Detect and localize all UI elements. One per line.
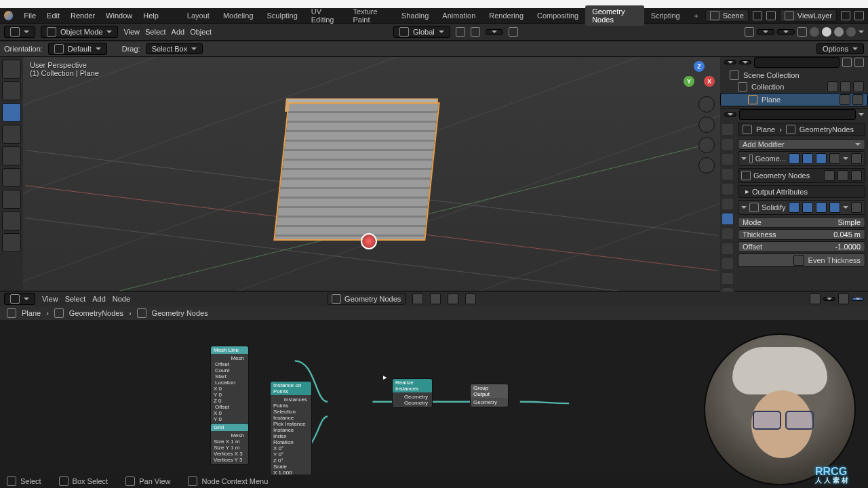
nb-obj[interactable]: Plane <box>22 309 41 317</box>
ptab-data[interactable] <box>722 273 733 284</box>
node-editor-type[interactable] <box>4 293 35 305</box>
ne-overlay1[interactable] <box>838 293 849 304</box>
overlay-toggle[interactable] <box>777 29 795 35</box>
tab-scripting[interactable]: Scripting <box>644 9 687 22</box>
geo-pin[interactable] <box>824 170 835 181</box>
ne-add[interactable]: Add <box>92 295 106 303</box>
ne-snap-target[interactable] <box>823 297 835 301</box>
sol-menu[interactable] <box>843 206 848 209</box>
drag-select[interactable]: Select Box <box>146 43 203 54</box>
geo-edit[interactable] <box>802 153 813 164</box>
col-restrict1[interactable] <box>827 81 838 92</box>
shade-solid-icon[interactable] <box>822 27 831 37</box>
data-panel-options[interactable] <box>859 113 864 116</box>
geo-realtime[interactable] <box>789 153 800 164</box>
layer-new-icon[interactable] <box>841 11 850 20</box>
obj-vis[interactable] <box>840 94 850 105</box>
camera-icon[interactable] <box>698 137 715 153</box>
propedit-icon[interactable] <box>509 27 518 37</box>
add-modifier[interactable]: Add Modifier <box>738 139 865 150</box>
col-restrict2[interactable] <box>840 81 851 92</box>
tool-measure[interactable] <box>2 211 21 230</box>
tab-add[interactable]: ＋ <box>687 11 705 21</box>
tab-layout[interactable]: Layout <box>180 9 216 22</box>
node-realize[interactable]: Realize Instances Geometry Geometry <box>392 378 433 408</box>
tab-compositing[interactable]: Compositing <box>530 9 585 22</box>
outliner-display[interactable] <box>739 60 751 64</box>
solidify-offset[interactable]: Offset-1.0000 <box>738 241 865 252</box>
mod-geo-tree[interactable]: Geometry Nodes <box>738 168 865 183</box>
mod-geometry-nodes[interactable]: Geome... <box>738 151 865 166</box>
col-restrict3[interactable] <box>853 81 864 92</box>
ptab-render[interactable] <box>722 124 733 135</box>
pan-icon[interactable] <box>698 117 715 133</box>
geo-menu[interactable] <box>843 157 848 160</box>
ne-snap[interactable] <box>810 293 821 304</box>
obj-render[interactable] <box>852 94 863 105</box>
snap-icon[interactable] <box>471 27 480 37</box>
geo-extra[interactable] <box>829 153 840 164</box>
outliner-plane[interactable]: Plane <box>720 93 868 106</box>
ptab-modifiers[interactable] <box>722 214 733 224</box>
data-panel-type[interactable] <box>724 113 736 117</box>
scene-new-icon[interactable] <box>753 11 762 20</box>
solidify-thickness[interactable]: Thickness0.045 m <box>738 229 865 240</box>
vp-menu-add[interactable]: Add <box>172 28 185 36</box>
outliner-search[interactable] <box>754 57 840 68</box>
geo-delete[interactable] <box>851 153 862 164</box>
gizmo-toggle[interactable] <box>757 29 774 35</box>
prop-crumb-mod[interactable]: GeometryNodes <box>800 125 854 134</box>
sol-realtime[interactable] <box>789 202 800 213</box>
tree-unlink[interactable] <box>448 293 458 304</box>
gizmo-y[interactable]: Y <box>684 76 694 87</box>
snap-target[interactable] <box>486 29 503 35</box>
menu-render[interactable]: Render <box>65 12 100 20</box>
ptab-world[interactable] <box>722 184 733 195</box>
tab-rendering[interactable]: Rendering <box>482 9 530 22</box>
ptab-scene[interactable] <box>722 169 733 180</box>
sol-cage[interactable] <box>816 202 827 213</box>
tool-scale[interactable] <box>2 146 21 165</box>
outliner[interactable]: Scene Collection Collection Plane <box>720 68 868 109</box>
persp-icon[interactable] <box>698 157 715 174</box>
tool-move[interactable] <box>2 103 21 122</box>
visibility-icon[interactable] <box>745 27 754 37</box>
tree-shield[interactable] <box>412 293 423 304</box>
ne-overlay2[interactable] <box>852 297 864 301</box>
tab-modeling[interactable]: Modeling <box>216 9 260 22</box>
vp-menu-select[interactable]: Select <box>145 28 166 36</box>
outliner-type[interactable] <box>724 60 736 64</box>
tool-addcube[interactable] <box>2 233 21 252</box>
menu-help[interactable]: Help <box>138 12 164 20</box>
tool-cursor[interactable] <box>2 81 21 100</box>
shade-rendered-icon[interactable] <box>846 27 856 37</box>
geo-render[interactable] <box>816 153 827 164</box>
node-group-output[interactable]: Group Output Geometry <box>470 384 509 407</box>
ptab-particles[interactable] <box>722 228 733 239</box>
3d-viewport[interactable]: User Perspective (1) Collection | Plane … <box>23 57 720 291</box>
nb-tree[interactable]: Geometry Nodes <box>152 309 208 317</box>
scene-select[interactable]: Scene <box>705 9 749 22</box>
solidify-even[interactable]: Even Thickness <box>738 253 865 267</box>
orientation-select[interactable]: Global <box>393 26 450 38</box>
tool-transform[interactable] <box>2 168 21 187</box>
sol-render[interactable] <box>829 202 840 213</box>
tree-new[interactable] <box>430 293 441 304</box>
ne-view[interactable]: View <box>42 295 58 303</box>
ne-node[interactable]: Node <box>113 295 130 303</box>
ptab-constraints[interactable] <box>722 258 733 269</box>
outliner-new-icon[interactable] <box>854 58 864 67</box>
ptab-physics[interactable] <box>722 243 733 254</box>
ptab-output[interactable] <box>722 139 733 150</box>
nav-gizmo[interactable]: Z Y X <box>684 61 715 92</box>
editor-type[interactable] <box>4 26 35 38</box>
even-check[interactable] <box>793 255 804 266</box>
shade-dropdown-icon[interactable] <box>859 30 864 33</box>
vp-menu-view[interactable]: View <box>123 28 140 36</box>
nb-mod[interactable]: GeometryNodes <box>69 309 123 317</box>
tab-geometry-nodes[interactable]: Geometry Nodes <box>585 5 644 26</box>
pivot-icon[interactable] <box>456 27 465 37</box>
gizmo-z[interactable]: Z <box>694 61 705 72</box>
shade-wire-icon[interactable] <box>810 27 819 37</box>
menu-window[interactable]: Window <box>100 12 138 20</box>
